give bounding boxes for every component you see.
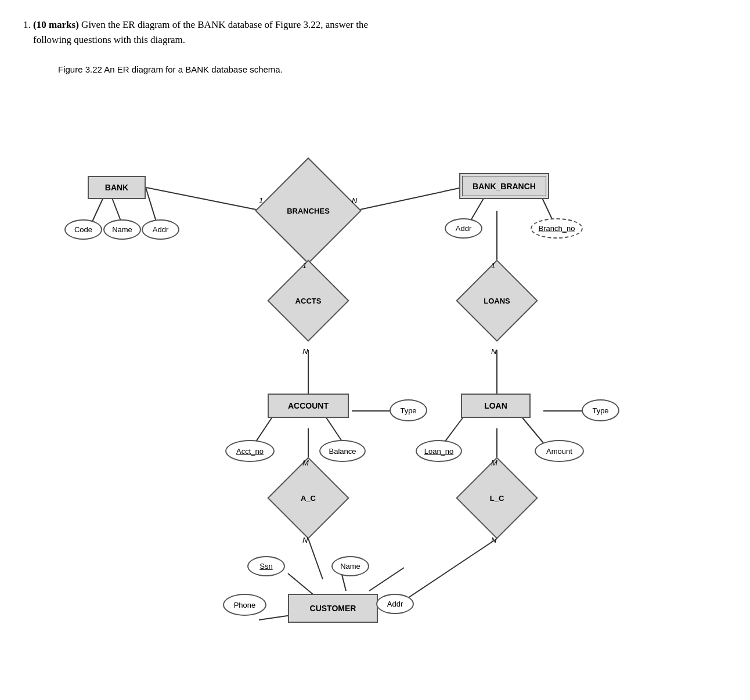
attr-branch-no: Branch_no [531,218,583,239]
attr-account-type: Type [390,399,427,421]
mult-branches-bankbranch: N [352,196,357,205]
entity-loan: LOAN [461,394,531,418]
figure-caption: Figure 3.22 An ER diagram for a BANK dat… [58,64,727,74]
er-lines [56,86,694,637]
svg-line-23 [369,568,404,591]
attr-balance: Balance [319,440,366,462]
entity-bank-branch: BANK_BRANCH [459,173,549,199]
er-diagram: BANK Code Name Addr BRANCHES 1 N BANK_BR… [56,86,694,637]
mult-accts-account: N [302,347,308,356]
mult-lc-customer: N [491,536,496,544]
attr-loan-no: Loan_no [416,440,462,462]
mult-loans-loan: N [491,347,496,356]
attr-acct-no: Acct_no [225,440,275,462]
attr-customer-addr: Addr [376,594,414,614]
attr-loan-type: Type [582,399,619,421]
entity-bank: BANK [88,176,146,199]
entity-account: ACCOUNT [268,394,349,418]
attr-bank-addr: Addr [142,219,179,240]
mult-ac-account: M [302,459,309,467]
attr-branch-addr: Addr [445,218,482,239]
mult-ac-customer: N [302,536,308,544]
attr-amount: Amount [535,440,584,462]
question-text: 1. (10 marks) Given the ER diagram of th… [23,17,727,47]
attr-bank-name: Name [103,219,141,240]
attr-customer-name: Name [331,556,369,576]
attr-phone: Phone [223,594,266,616]
svg-line-0 [146,187,262,211]
attr-code: Code [64,219,102,240]
attr-ssn: Ssn [247,556,285,576]
svg-line-19 [308,539,323,579]
entity-customer: CUSTOMER [288,594,378,623]
mult-branches-bank: 1 [259,196,263,205]
mult-accts-branch: 1 [302,261,307,270]
mult-lc-loan: M [491,459,497,467]
mult-loans-branch: 1 [491,261,495,270]
question-number: 1. [23,19,33,30]
svg-line-1 [355,187,462,211]
question-marks: (10 marks) [33,19,79,30]
